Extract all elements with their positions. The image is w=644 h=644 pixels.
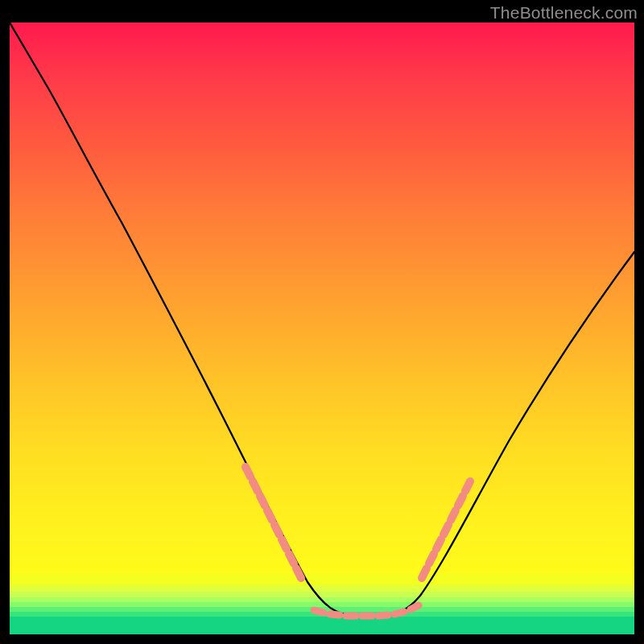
chart-canvas: TheBottleneck.com bbox=[0, 0, 644, 644]
gradient-band bbox=[10, 617, 634, 634]
watermark-text: TheBottleneck.com bbox=[490, 3, 638, 23]
plot-area bbox=[10, 23, 634, 634]
gradient-band bbox=[10, 592, 634, 597]
gradient-band bbox=[10, 574, 634, 585]
gradient-main bbox=[10, 23, 634, 574]
gradient-band bbox=[10, 585, 634, 592]
